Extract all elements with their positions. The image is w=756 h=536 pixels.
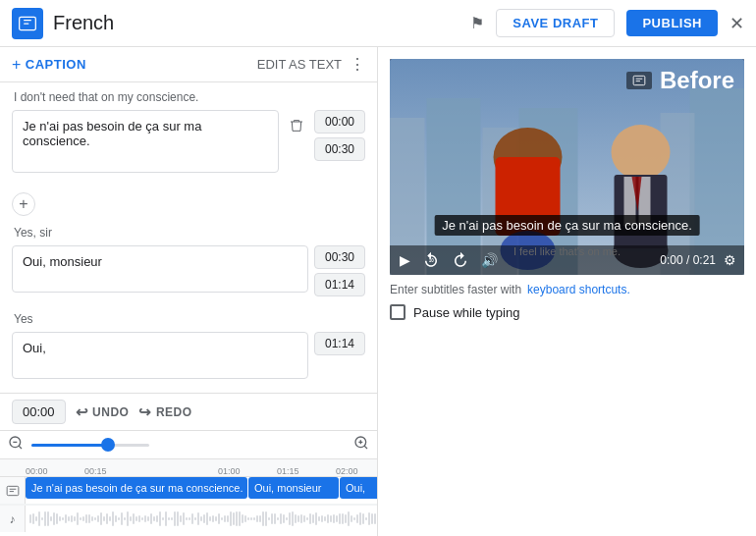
waveform-bar [253,517,255,520]
caption-textarea-3[interactable] [12,332,308,379]
waveform-bar [268,517,270,519]
waveform-bar [130,516,132,521]
waveform-bar [150,513,152,523]
waveform-bar [280,513,282,523]
waveform-bar [324,516,326,521]
audio-track-row: ♪ [0,505,377,532]
waveform-bar [336,515,338,522]
publish-button[interactable]: PUBLISH [626,10,718,36]
caption-times-1: 00:00 00:30 [314,110,365,161]
waveform-bar [156,515,158,522]
caption-track-row: Je n'ai pas besoin de ça sur ma conscien… [0,477,377,505]
waveform-bar [236,511,238,526]
waveform-bar [141,517,143,520]
add-caption-label: CAPTION [26,57,86,72]
waveform-bar [100,512,102,526]
waveform-bar [289,512,291,525]
caption-start-1[interactable]: 00:00 [314,110,365,134]
waveform-bar [330,515,332,522]
waveform-bar [318,516,320,522]
waveform-bar [200,516,202,522]
zoom-in-button[interactable] [353,435,369,455]
waveform-bar [244,515,246,521]
waveform-bar [327,514,329,524]
waveform-bar [230,511,232,526]
waveform-bar [50,516,52,521]
edit-as-text-area[interactable]: EDIT AS TEXT ⋮ [257,55,365,74]
waveform-bar [53,512,55,524]
waveform-bar [29,514,31,523]
caption-source-2: Yes, sir [12,226,365,240]
undo-button[interactable]: ↩ UNDO [76,403,130,421]
more-options-icon[interactable]: ⋮ [350,55,365,74]
caption-start-2[interactable]: 00:30 [314,245,365,269]
svg-rect-3 [7,486,19,495]
waveform-bar [212,515,214,521]
zoom-out-button[interactable] [8,435,24,455]
caption-start-3[interactable]: 01:14 [314,332,365,355]
waveform-bar [162,517,164,520]
flag-button[interactable]: ⚑ [470,14,484,32]
waveform-bar [109,516,111,521]
waveform-bar [135,516,137,520]
waveform-bar [32,513,34,523]
caption-end-2[interactable]: 01:14 [314,273,365,296]
caption-textarea-2[interactable] [12,245,308,293]
play-button[interactable]: ▶ [398,250,412,270]
waveform-bar [47,511,49,526]
waveform-bar [82,516,84,520]
redo-label: REDO [156,405,192,419]
volume-button[interactable]: 🔊 [479,250,500,270]
waveform-bar [206,512,208,525]
svg-rect-20 [633,76,645,84]
waveform-bar [277,517,279,520]
redo-button[interactable]: ↪ REDO [138,403,191,421]
timeline-controls [0,431,377,459]
add-inline-area: + [12,188,365,220]
waveform-bar [286,517,288,520]
waveform-bar [218,513,220,524]
caption-item-3: Yes 01:14 [12,312,365,379]
caption-source-3: Yes [12,312,365,326]
waveform-bar [133,513,135,524]
timeline-area: 00:00 00:15 01:00 01:15 02:00 02:21 [0,430,377,536]
forward-button[interactable] [450,249,471,271]
caption-list: I don't need that on my conscience. 00:0… [0,82,377,393]
pause-label: Pause while typing [413,305,519,320]
save-draft-button[interactable]: SAVE DRAFT [496,9,615,37]
zoom-slider[interactable] [31,444,149,447]
waveform-bar [292,511,294,526]
waveform-bar [300,514,302,522]
caption-end-1[interactable]: 00:30 [314,137,365,161]
add-caption-inline-1[interactable]: + [12,192,35,216]
waveform-bar [97,515,99,523]
waveform-bar [362,513,364,525]
waveform-bar [112,511,114,527]
undo-icon: ↩ [76,403,89,421]
close-button[interactable]: ✕ [729,13,744,34]
header-actions: ⚑ SAVE DRAFT PUBLISH ✕ [470,9,744,37]
video-settings-button[interactable]: ⚙ [724,252,736,268]
current-time-display: 00:00 [12,400,66,424]
waveform-bar [215,516,217,521]
caption-times-3: 01:14 [314,332,365,355]
page-title: French [53,12,460,34]
caption-delete-1[interactable] [285,114,308,140]
pause-checkbox[interactable] [390,304,405,320]
caption-textarea-1[interactable] [12,110,279,173]
timeline-ruler: 00:00 00:15 01:00 01:15 02:00 02:21 [0,459,377,477]
video-subtitle-fr: Je n'ai pas besoin de ça sur ma conscien… [434,215,700,236]
waveform-bar [227,515,229,522]
waveform-bar [165,511,167,526]
rewind-button[interactable]: 10 [420,249,442,271]
waveform-bar [374,513,376,524]
waveform-bar [271,513,273,524]
caption-item-1: I don't need that on my conscience. 00:0… [12,90,365,173]
ruler-mark-3: 01:15 [277,466,299,476]
zoom-slider-wrap [27,444,350,447]
waveform-bar [353,517,355,519]
add-caption-button[interactable]: + CAPTION [12,56,86,74]
waveform-bar [259,515,261,522]
keyboard-shortcuts-link[interactable]: keyboard shortcuts. [527,283,630,296]
waveform-bar [371,513,373,525]
